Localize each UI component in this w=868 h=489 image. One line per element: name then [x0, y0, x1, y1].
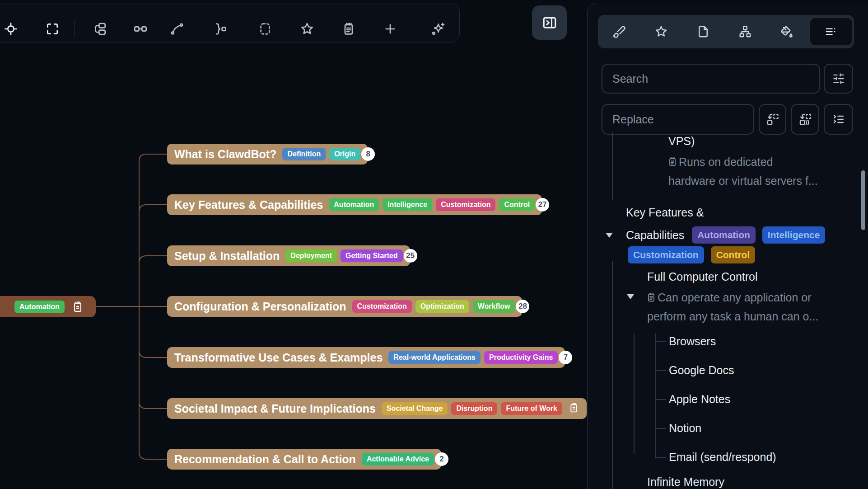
node-badge: Automation — [329, 198, 379, 211]
note-icon[interactable] — [568, 402, 579, 415]
note-icon — [71, 301, 84, 315]
note-text: perform any task a human can o... — [647, 310, 818, 323]
node-badge: Optimization — [415, 300, 469, 313]
outline-list-icon — [824, 25, 838, 38]
tab-style[interactable] — [598, 15, 640, 48]
list-collapse-icon — [832, 113, 845, 126]
node-title: Recommendation & Call to Action — [174, 453, 356, 466]
sidebar-scrollbar[interactable] — [861, 170, 865, 230]
outline-chip: Automation — [692, 226, 756, 244]
sitemap-icon — [738, 25, 752, 38]
mindmap-root-node[interactable]: ch Automation — [0, 296, 96, 317]
node-badge: Origin — [329, 148, 360, 160]
node-badge: Getting Started — [341, 249, 403, 262]
collapsed-count-badge[interactable]: 2 — [435, 452, 448, 466]
outline-child-item[interactable]: Apple Notes — [669, 392, 730, 406]
outline-child-item[interactable]: Browsers — [669, 334, 716, 348]
replace-input[interactable] — [602, 104, 754, 135]
sidebar-tabbar — [598, 15, 854, 48]
mindmap-node[interactable]: What is ClawdBot? Definition Origin 8 — [167, 144, 368, 165]
node-badge: Deployment — [285, 249, 337, 262]
node-badge: Disruption — [451, 402, 497, 415]
outline-item-title[interactable]: Capabilities Automation Intelligence — [626, 226, 825, 244]
note-text: hardware or virtual servers f... — [668, 174, 818, 188]
node-title: Societal Impact & Future Implications — [174, 402, 376, 415]
outline-child-item[interactable]: Email (send/respond) — [669, 450, 776, 464]
node-title: Setup & Installation — [174, 249, 280, 263]
node-badge: Actionable Advice — [362, 453, 434, 465]
outline-item-title[interactable]: Infinite Memory — [647, 475, 724, 489]
replace-all-button[interactable] — [791, 104, 819, 135]
collapse-caret[interactable] — [627, 294, 634, 299]
sliders-horizontal-icon — [832, 72, 845, 85]
replace-icon — [766, 113, 779, 126]
search-input[interactable] — [602, 64, 820, 94]
app-window: ch Automation What is ClawdBot? Definiti… — [0, 0, 868, 489]
node-badge: Customization — [436, 198, 495, 211]
collapsed-count-badge[interactable]: 25 — [404, 249, 417, 263]
node-badge: Future of Work — [501, 402, 562, 415]
tab-outline[interactable] — [810, 18, 852, 45]
node-badge: Workflow — [473, 300, 515, 313]
search-filter-button[interactable] — [824, 64, 853, 94]
node-title: Key Features & Capabilities — [174, 198, 323, 212]
mindmap-node[interactable]: Societal Impact & Future Implications So… — [167, 398, 587, 419]
mindmap-node[interactable]: Configuration & Personalization Customiz… — [167, 296, 522, 317]
root-badge: Automation — [14, 301, 65, 313]
outline-note-line[interactable]: Can operate any application or — [646, 291, 812, 304]
tree-tick — [655, 457, 666, 458]
brush-icon — [612, 25, 626, 38]
node-badge: Intelligence — [383, 198, 432, 211]
right-sidebar-panel: VPS) Runs on dedicated hardware or virtu… — [587, 3, 868, 489]
outline-child-item[interactable]: Google Docs — [669, 363, 734, 377]
tree-line — [612, 132, 613, 200]
tree-tick — [655, 428, 666, 429]
note-text: Runs on dedicated — [679, 155, 773, 169]
node-title: Transformative Use Cases & Examples — [174, 351, 383, 364]
node-title: Configuration & Personalization — [174, 300, 346, 313]
node-badge: Societal Change — [382, 402, 448, 415]
note-icon — [646, 292, 657, 303]
title-text: Capabilities — [626, 229, 684, 241]
node-badge: Productivity Gains — [484, 351, 558, 364]
paint-bucket-icon — [780, 25, 794, 38]
collapse-caret[interactable] — [606, 233, 613, 238]
node-badge: Control — [499, 198, 535, 211]
node-title: What is ClawdBot? — [174, 148, 276, 161]
tab-theme-fill[interactable] — [766, 15, 808, 48]
outline-chip: Customization — [628, 246, 704, 263]
tree-tick — [655, 399, 666, 400]
node-badge: Definition — [282, 148, 326, 160]
mindmap-node[interactable]: Key Features & Capabilities Automation I… — [167, 194, 542, 215]
note-text: Can operate any application or — [658, 291, 812, 304]
tree-tick — [655, 341, 666, 342]
tab-document[interactable] — [682, 15, 724, 48]
outline-note-line[interactable]: hardware or virtual servers f... — [668, 174, 818, 188]
outline-note-line[interactable]: perform any task a human can o... — [647, 310, 818, 323]
outline-child-item[interactable]: Notion — [669, 421, 701, 435]
note-icon — [667, 156, 678, 167]
replace-all-icon — [799, 113, 812, 126]
tree-tick — [655, 370, 666, 371]
tree-line — [655, 333, 656, 457]
node-badge: Customization — [352, 300, 412, 313]
mindmap-node[interactable]: Recommendation & Call to Action Actionab… — [167, 449, 441, 470]
file-icon — [696, 25, 710, 38]
outline-chip: Intelligence — [762, 226, 826, 244]
outline-note-line[interactable]: Runs on dedicated — [667, 155, 773, 169]
expand-collapse-list-button[interactable] — [824, 104, 853, 135]
outline-chip: Control — [711, 246, 756, 263]
outline-item-chips: Customization Control — [624, 246, 755, 263]
outline-item-title[interactable]: Full Computer Control — [647, 270, 758, 283]
node-badge: Real-world Applications — [388, 351, 481, 364]
outline-item-title[interactable]: Key Features & — [626, 206, 704, 219]
mindmap-node[interactable]: Setup & Installation Deployment Getting … — [167, 245, 410, 266]
mindmap-node[interactable]: Transformative Use Cases & Examples Real… — [167, 347, 565, 368]
tab-favorites[interactable] — [640, 15, 682, 48]
tree-line — [634, 333, 635, 454]
star-icon — [654, 25, 668, 38]
tab-structure[interactable] — [724, 15, 766, 48]
replace-button[interactable] — [759, 104, 786, 135]
tree-line — [612, 261, 613, 489]
outline-item-wrapped-text[interactable]: VPS) — [668, 134, 695, 148]
